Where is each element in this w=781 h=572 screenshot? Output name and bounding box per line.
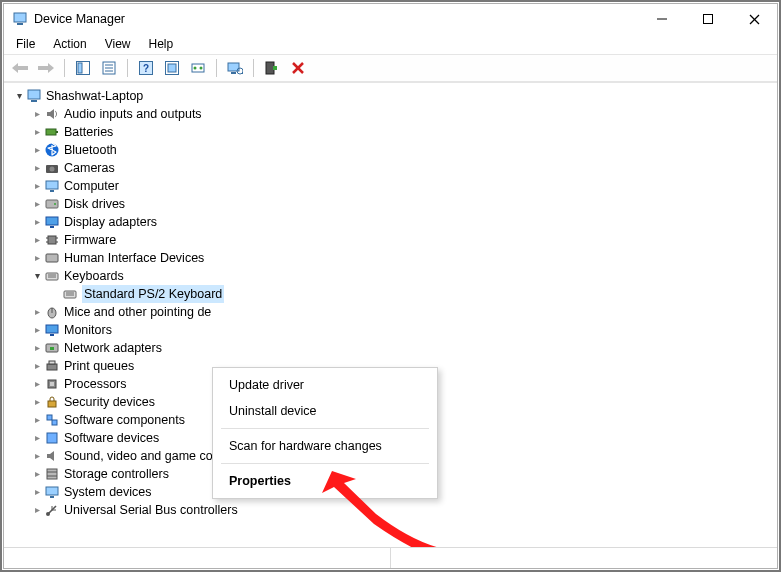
tree-root[interactable]: Shashwat-Laptop bbox=[12, 87, 777, 105]
menu-view[interactable]: View bbox=[97, 35, 139, 53]
chevron-right-icon[interactable] bbox=[30, 213, 44, 231]
svg-rect-63 bbox=[50, 382, 54, 386]
chevron-right-icon[interactable] bbox=[30, 159, 44, 177]
chevron-right-icon[interactable] bbox=[30, 339, 44, 357]
menu-action[interactable]: Action bbox=[45, 35, 94, 53]
tree-category-usb[interactable]: Universal Serial Bus controllers bbox=[12, 501, 777, 519]
toolbar-help-button[interactable]: ? bbox=[134, 56, 158, 80]
svg-rect-59 bbox=[50, 347, 54, 350]
tree-category-label: Firmware bbox=[64, 231, 116, 249]
printer-icon bbox=[44, 358, 60, 374]
monitor-icon bbox=[44, 178, 60, 194]
svg-rect-64 bbox=[48, 401, 56, 407]
tree-category-firmware[interactable]: Firmware bbox=[12, 231, 777, 249]
context-menu-scan-hardware[interactable]: Scan for hardware changes bbox=[213, 433, 437, 459]
chevron-right-icon[interactable] bbox=[30, 465, 44, 483]
toolbar-show-hide-tree-button[interactable] bbox=[71, 56, 95, 80]
tree-category-cameras[interactable]: Cameras bbox=[12, 159, 777, 177]
svg-rect-32 bbox=[56, 131, 58, 133]
speaker-icon bbox=[44, 448, 60, 464]
tree-category-network[interactable]: Network adapters bbox=[12, 339, 777, 357]
chevron-right-icon[interactable] bbox=[30, 375, 44, 393]
toolbar-action2-button[interactable] bbox=[186, 56, 210, 80]
chevron-right-icon[interactable] bbox=[30, 195, 44, 213]
chevron-right-icon[interactable] bbox=[30, 123, 44, 141]
chevron-down-icon[interactable] bbox=[12, 87, 26, 105]
chevron-down-icon[interactable] bbox=[30, 267, 44, 285]
network-icon bbox=[44, 340, 60, 356]
tree-category-label: Mice and other pointing de bbox=[64, 303, 211, 321]
chevron-right-icon[interactable] bbox=[30, 429, 44, 447]
chevron-right-icon[interactable] bbox=[30, 303, 44, 321]
toolbar-remove-button[interactable] bbox=[286, 56, 310, 80]
svg-rect-25 bbox=[266, 62, 274, 74]
device-manager-window: Device Manager File Action View Help bbox=[3, 3, 778, 569]
tree-category-label: Keyboards bbox=[64, 267, 124, 285]
tree-category-label: Audio inputs and outputs bbox=[64, 105, 202, 123]
menu-help[interactable]: Help bbox=[141, 35, 182, 53]
security-icon bbox=[44, 394, 60, 410]
tree-device-standard-ps2-keyboard[interactable]: Standard PS/2 Keyboard bbox=[12, 285, 777, 303]
svg-rect-56 bbox=[46, 325, 58, 333]
toolbar-properties-button[interactable] bbox=[97, 56, 121, 80]
svg-rect-41 bbox=[50, 226, 54, 228]
svg-rect-22 bbox=[231, 72, 236, 74]
svg-rect-72 bbox=[50, 496, 54, 498]
software-icon bbox=[44, 430, 60, 446]
tree-category-audio[interactable]: Audio inputs and outputs bbox=[12, 105, 777, 123]
toolbar-add-hardware-button[interactable] bbox=[260, 56, 284, 80]
minimize-button[interactable] bbox=[639, 4, 685, 34]
chevron-right-icon[interactable] bbox=[30, 321, 44, 339]
chevron-right-icon[interactable] bbox=[30, 249, 44, 267]
chevron-right-icon[interactable] bbox=[30, 447, 44, 465]
tree-category-label: Software devices bbox=[64, 429, 159, 447]
chevron-right-icon[interactable] bbox=[30, 411, 44, 429]
chevron-right-icon[interactable] bbox=[30, 357, 44, 375]
svg-line-24 bbox=[242, 73, 243, 74]
tree-device-label: Standard PS/2 Keyboard bbox=[82, 285, 224, 303]
chevron-right-icon[interactable] bbox=[30, 501, 44, 519]
context-menu-separator bbox=[221, 428, 429, 429]
context-menu-uninstall-device[interactable]: Uninstall device bbox=[213, 398, 437, 424]
maximize-button[interactable] bbox=[685, 4, 731, 34]
toolbar-forward-button[interactable] bbox=[34, 56, 58, 80]
speaker-icon bbox=[44, 106, 60, 122]
tree-category-batteries[interactable]: Batteries bbox=[12, 123, 777, 141]
monitor-icon bbox=[44, 322, 60, 338]
tree-category-mice[interactable]: Mice and other pointing de bbox=[12, 303, 777, 321]
chevron-right-icon[interactable] bbox=[30, 393, 44, 411]
context-menu-properties[interactable]: Properties bbox=[213, 468, 437, 494]
context-menu-update-driver[interactable]: Update driver bbox=[213, 372, 437, 398]
tree-category-keyboards[interactable]: Keyboards bbox=[12, 267, 777, 285]
svg-rect-26 bbox=[273, 66, 277, 70]
svg-text:?: ? bbox=[143, 63, 149, 74]
toolbar-back-button[interactable] bbox=[8, 56, 32, 80]
svg-rect-6 bbox=[18, 66, 28, 70]
chevron-right-icon[interactable] bbox=[30, 141, 44, 159]
toolbar-scan-button[interactable] bbox=[223, 56, 247, 80]
tree-category-bluetooth[interactable]: Bluetooth bbox=[12, 141, 777, 159]
svg-rect-61 bbox=[49, 361, 55, 364]
chevron-right-icon[interactable] bbox=[30, 177, 44, 195]
chevron-right-icon[interactable] bbox=[30, 105, 44, 123]
toolbar-separator bbox=[216, 59, 217, 77]
tree-category-hid[interactable]: Human Interface Devices bbox=[12, 249, 777, 267]
menu-file[interactable]: File bbox=[8, 35, 43, 53]
tree-category-disk-drives[interactable]: Disk drives bbox=[12, 195, 777, 213]
tree-category-label: Batteries bbox=[64, 123, 113, 141]
window-controls bbox=[639, 4, 777, 34]
chevron-right-icon[interactable] bbox=[30, 231, 44, 249]
toolbar-separator bbox=[127, 59, 128, 77]
close-button[interactable] bbox=[731, 4, 777, 34]
tree-category-display-adapters[interactable]: Display adapters bbox=[12, 213, 777, 231]
context-menu: Update driver Uninstall device Scan for … bbox=[212, 367, 438, 499]
tree-category-monitors[interactable]: Monitors bbox=[12, 321, 777, 339]
svg-point-35 bbox=[50, 167, 55, 172]
camera-icon bbox=[44, 160, 60, 176]
chevron-right-icon[interactable] bbox=[30, 483, 44, 501]
tree-category-computer[interactable]: Computer bbox=[12, 177, 777, 195]
tree-root-label: Shashwat-Laptop bbox=[46, 87, 143, 105]
svg-rect-40 bbox=[46, 217, 58, 225]
system-icon bbox=[44, 484, 60, 500]
toolbar-action1-button[interactable] bbox=[160, 56, 184, 80]
